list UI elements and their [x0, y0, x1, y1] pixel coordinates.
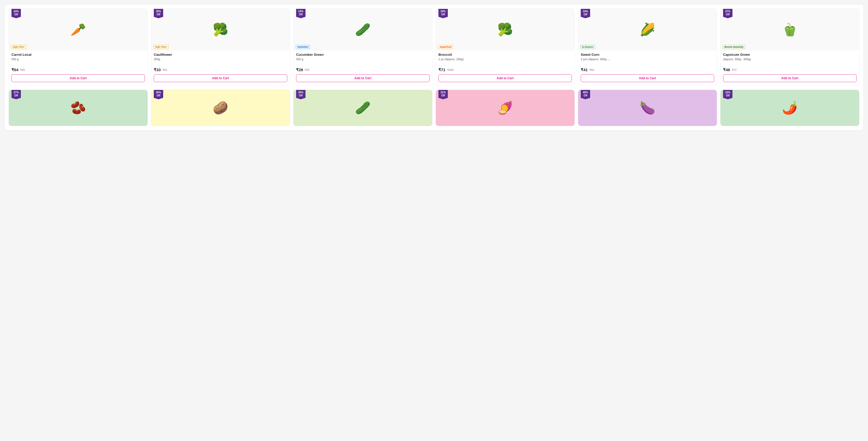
product-image-wrapper: 40% Off 🍆: [578, 90, 717, 126]
discount-badge: 36% Off: [154, 90, 163, 99]
price-original: ₹100: [447, 68, 454, 72]
product-image: 🍆: [578, 90, 717, 126]
discount-badge: 31% Off: [438, 90, 448, 99]
product-card-row2-sweet-potato: 31% Off 🍠: [436, 90, 575, 126]
product-image-wrapper: 37% Off 🫑 Boosts Immunity: [720, 9, 859, 51]
price-current: ₹41: [581, 67, 588, 72]
discount-badge: 40% Off: [581, 90, 590, 99]
product-name: Sweet Corn: [581, 53, 714, 57]
product-name: Cucumber Green: [296, 53, 430, 57]
product-tag: High Fibre: [153, 45, 169, 49]
product-info: Cucumber Green 500 g ₹28 ₹37: [293, 51, 432, 72]
product-tag: High Fibre: [11, 45, 26, 49]
product-price-row: ₹28 ₹37: [296, 67, 430, 72]
product-image-wrapper: 31% Off 🍠: [436, 90, 575, 126]
discount-badge: 24% Off: [11, 9, 21, 18]
product-card-row2-eggplant: 40% Off 🍆: [578, 90, 717, 126]
product-row-1: 24% Off 🥕 High Fibre Carrot Local 500 g …: [9, 9, 859, 86]
product-name: Broccoli: [438, 53, 572, 57]
product-image-wrapper: 24% Off 🥕 High Fibre: [9, 9, 148, 51]
price-current: ₹48: [723, 67, 730, 72]
product-price-row: ₹33 ₹51: [154, 67, 287, 72]
product-image: 🥒: [293, 9, 432, 51]
product-image: 🌽: [578, 9, 717, 51]
product-row-2: 27% Off 🫘 36% Off 🥔 35% Off 🥒 31% Off 🍠 …: [9, 90, 859, 126]
product-grid-container: 24% Off 🥕 High Fibre Carrot Local 500 g …: [4, 4, 864, 131]
price-current: ₹64: [11, 67, 19, 72]
product-name: Cauliflower: [154, 53, 287, 57]
product-quantity: 500 g: [296, 58, 430, 65]
product-image: 🫑: [720, 9, 859, 51]
product-card-capsicum-green: 37% Off 🫑 Boosts Immunity Capsicum Green…: [720, 9, 859, 86]
price-original: ₹37: [305, 68, 310, 72]
product-image-wrapper: 35% Off 🥦 High Fibre: [151, 9, 290, 51]
product-info: Broccoli 1 pc (Approx. 200g) ₹71 ₹100: [436, 51, 575, 72]
product-image-wrapper: 29% Off 🥦 Superfood: [436, 9, 575, 51]
discount-badge: 27% Off: [11, 90, 21, 99]
product-image: 🥔: [151, 90, 290, 126]
product-quantity: 2 pcs (Approx. 500g -...: [581, 58, 714, 65]
product-card-carrot-local: 24% Off 🥕 High Fibre Carrot Local 500 g …: [9, 9, 148, 86]
price-current: ₹28: [296, 67, 303, 72]
product-image: 🥕: [9, 9, 148, 51]
product-name: Capsicum Green: [723, 53, 857, 57]
product-quantity: 1 pc (Approx. 200g): [438, 58, 572, 65]
product-price-row: ₹71 ₹100: [438, 67, 572, 72]
product-tag: Boosts Immunity: [722, 45, 745, 49]
discount-badge: 15% Off: [723, 90, 733, 99]
product-info: Carrot Local 500 g ₹64 ₹85: [9, 51, 148, 72]
product-card-row2-green-chili: 15% Off 🌶️: [720, 90, 859, 126]
product-card-row2-potato: 36% Off 🥔: [151, 90, 290, 126]
product-tag: In-Season: [580, 45, 595, 49]
discount-badge: 35% Off: [154, 9, 163, 18]
product-card-row2-cucumber-green-2: 35% Off 🥒: [293, 90, 432, 126]
product-quantity: 300g: [154, 58, 287, 65]
add-to-cart-button[interactable]: Add to Cart: [723, 74, 857, 82]
product-card-row2-green-beans: 27% Off 🫘: [9, 90, 148, 126]
add-to-cart-button[interactable]: Add to Cart: [154, 74, 287, 82]
discount-badge: 34% Off: [581, 9, 590, 18]
product-image-wrapper: 27% Off 🫘: [9, 90, 148, 126]
product-image-wrapper: 35% Off 🥒: [293, 90, 432, 126]
product-price-row: ₹41 ₹63: [581, 67, 714, 72]
product-quantity: 500 g: [11, 58, 145, 65]
product-card-sweet-corn: 34% Off 🌽 In-Season Sweet Corn 2 pcs (Ap…: [578, 9, 717, 86]
product-image-wrapper: 34% Off 🌽 In-Season: [578, 9, 717, 51]
product-image: 🥒: [293, 90, 432, 126]
product-image-wrapper: 36% Off 🥔: [151, 90, 290, 126]
product-card-cauliflower: 35% Off 🥦 High Fibre Cauliflower 300g ₹3…: [151, 9, 290, 86]
price-current: ₹33: [154, 67, 161, 72]
discount-badge: 37% Off: [723, 9, 733, 18]
product-info: Cauliflower 300g ₹33 ₹51: [151, 51, 290, 72]
product-tag: Superfood: [438, 45, 453, 49]
add-to-cart-button[interactable]: Add to Cart: [296, 74, 430, 82]
product-image: 🫘: [9, 90, 148, 126]
product-image: 🌶️: [720, 90, 859, 126]
product-quantity: (Approx. 500g - 600g): [723, 58, 857, 65]
product-image: 🥦: [436, 9, 575, 51]
product-price-row: ₹48 ₹77: [723, 67, 857, 72]
discount-badge: 29% Off: [438, 9, 448, 18]
product-card-cucumber-green: 24% Off 🥒 Hydration Cucumber Green 500 g…: [293, 9, 432, 86]
product-info: Capsicum Green (Approx. 500g - 600g) ₹48…: [720, 51, 859, 72]
price-original: ₹77: [732, 68, 737, 72]
price-current: ₹71: [438, 67, 445, 72]
product-image-wrapper: 15% Off 🌶️: [720, 90, 859, 126]
product-info: Sweet Corn 2 pcs (Approx. 500g -... ₹41 …: [578, 51, 717, 72]
add-to-cart-button[interactable]: Add to Cart: [438, 74, 572, 82]
product-image-wrapper: 24% Off 🥒 Hydration: [293, 9, 432, 51]
product-price-row: ₹64 ₹85: [11, 67, 145, 72]
price-original: ₹85: [20, 68, 25, 72]
product-card-broccoli: 29% Off 🥦 Superfood Broccoli 1 pc (Appro…: [436, 9, 575, 86]
product-name: Carrot Local: [11, 53, 145, 57]
discount-badge: 35% Off: [296, 90, 306, 99]
price-original: ₹63: [589, 68, 594, 72]
product-image: 🥦: [151, 9, 290, 51]
add-to-cart-button[interactable]: Add to Cart: [581, 74, 714, 82]
product-tag: Hydration: [296, 45, 310, 49]
price-original: ₹51: [162, 68, 167, 72]
add-to-cart-button[interactable]: Add to Cart: [11, 74, 145, 82]
product-image: 🍠: [436, 90, 575, 126]
discount-badge: 24% Off: [296, 9, 306, 18]
